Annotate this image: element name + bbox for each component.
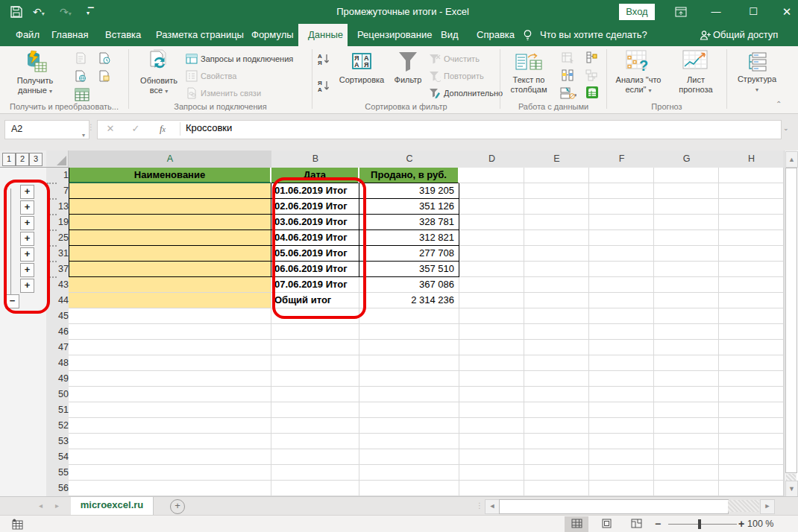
cell-E51[interactable] — [524, 402, 589, 418]
relationships-icon[interactable] — [585, 69, 597, 81]
cell-D50[interactable] — [459, 387, 524, 402]
tab-4[interactable]: Формулы — [242, 24, 298, 46]
cell-E46[interactable] — [524, 324, 589, 340]
refresh-all-button[interactable]: Обновить все ▾ — [135, 48, 183, 96]
cell-G43[interactable] — [654, 277, 719, 293]
cell-F46[interactable] — [589, 324, 654, 340]
cell-A49[interactable] — [69, 371, 271, 387]
cell-D55[interactable] — [459, 465, 524, 481]
cell-C48[interactable] — [359, 355, 459, 371]
vertical-scroll-thumb[interactable] — [785, 168, 797, 473]
cell-E45[interactable] — [524, 308, 589, 324]
cell-F47[interactable] — [589, 340, 654, 355]
cell-B50[interactable] — [271, 387, 359, 402]
cell-G49[interactable] — [654, 371, 719, 387]
cell-H37[interactable] — [719, 262, 784, 277]
cell-B51[interactable] — [271, 402, 359, 418]
cell-G53[interactable] — [654, 434, 719, 449]
cell-E47[interactable] — [524, 340, 589, 355]
column-header-G[interactable]: G — [654, 151, 720, 168]
maximize-button[interactable]: ☐ — [742, 0, 764, 24]
data-validation-icon[interactable]: ▾ — [560, 87, 576, 99]
cell-E13[interactable] — [524, 199, 589, 215]
share-button[interactable]: Общий доступ — [710, 24, 781, 46]
from-table-range-icon[interactable] — [75, 88, 89, 101]
cell-E44[interactable] — [524, 293, 589, 308]
cell-H43[interactable] — [719, 277, 784, 293]
properties-button[interactable]: Свойства — [186, 68, 236, 84]
name-box[interactable]: A2 ▾ — [4, 120, 89, 139]
vertical-scrollbar[interactable]: ▲ ▼ — [784, 151, 797, 496]
cell-G45[interactable] — [654, 308, 719, 324]
cell-B53[interactable] — [271, 434, 359, 449]
zoom-in-button[interactable]: + — [738, 518, 744, 530]
forecast-sheet-button[interactable]: Лист прогноза — [670, 48, 722, 95]
cell-G1[interactable] — [654, 168, 719, 183]
page-layout-view-button[interactable] — [594, 516, 618, 532]
cell-F52[interactable] — [589, 418, 654, 434]
cell-A19[interactable] — [69, 215, 271, 230]
outline-level-3-button[interactable]: 3 — [29, 153, 43, 166]
cell-E19[interactable] — [524, 215, 589, 230]
cell-E7[interactable] — [524, 183, 589, 199]
cell-F13[interactable] — [589, 199, 654, 215]
cell-B7[interactable]: 01.06.2019 Итог — [271, 183, 359, 199]
cancel-icon[interactable]: ✕ — [99, 121, 122, 137]
cell-C49[interactable] — [359, 371, 459, 387]
cell-A31[interactable] — [69, 246, 271, 262]
cell-F53[interactable] — [589, 434, 654, 449]
cell-D48[interactable] — [459, 355, 524, 371]
outline-expand-button-row-31[interactable]: + — [20, 247, 34, 262]
outline-level-2-button[interactable]: 2 — [16, 153, 29, 166]
cell-C31[interactable]: 277 708 — [359, 246, 459, 262]
cell-B47[interactable] — [271, 340, 359, 355]
cell-A44[interactable] — [69, 293, 271, 308]
cell-H51[interactable] — [719, 402, 784, 418]
recent-sources-icon[interactable] — [98, 52, 110, 64]
cell-E37[interactable] — [524, 262, 589, 277]
cell-F45[interactable] — [589, 308, 654, 324]
cell-H44[interactable] — [719, 293, 784, 308]
cell-A55[interactable] — [69, 465, 271, 481]
cell-A37[interactable] — [69, 262, 271, 277]
cell-H25[interactable] — [719, 230, 784, 246]
cell-B1[interactable]: Дата — [271, 168, 359, 183]
cell-B52[interactable] — [271, 418, 359, 434]
cell-B56[interactable] — [271, 481, 359, 496]
sign-in-button[interactable]: Вход — [619, 4, 655, 20]
cell-G46[interactable] — [654, 324, 719, 340]
cell-D37[interactable] — [459, 262, 524, 277]
cell-H49[interactable] — [719, 371, 784, 387]
cell-H48[interactable] — [719, 355, 784, 371]
cell-F50[interactable] — [589, 387, 654, 402]
cell-A43[interactable] — [69, 277, 271, 293]
cell-A13[interactable] — [69, 199, 271, 215]
flash-fill-icon[interactable] — [585, 51, 597, 63]
sheet-prev-icon[interactable]: ◂ — [39, 501, 43, 510]
cell-C7[interactable]: 319 205 — [359, 183, 459, 199]
consolidate-icon[interactable] — [562, 69, 574, 81]
cell-H50[interactable] — [719, 387, 784, 402]
cell-D54[interactable] — [459, 449, 524, 465]
macro-record-icon[interactable] — [12, 519, 23, 530]
cell-E55[interactable] — [524, 465, 589, 481]
cell-A53[interactable] — [69, 434, 271, 449]
advanced-filter-button[interactable]: Дополнительно — [429, 85, 503, 101]
cell-D13[interactable] — [459, 199, 524, 215]
tab-7[interactable]: Вид — [431, 24, 467, 46]
cell-E1[interactable] — [524, 168, 589, 183]
get-data-button[interactable]: Получить данные ▾ — [6, 48, 64, 96]
cell-F37[interactable] — [589, 262, 654, 277]
cell-D19[interactable] — [459, 215, 524, 230]
cell-D31[interactable] — [459, 246, 524, 262]
cell-F54[interactable] — [589, 449, 654, 465]
cell-G13[interactable] — [654, 199, 719, 215]
existing-connections-icon[interactable] — [98, 70, 110, 82]
cell-G55[interactable] — [654, 465, 719, 481]
sort-descending-button[interactable]: ЯА — [317, 79, 330, 92]
scroll-down-icon[interactable]: ▼ — [785, 481, 798, 497]
cell-A54[interactable] — [69, 449, 271, 465]
cell-C56[interactable] — [359, 481, 459, 496]
outline-level-1-button[interactable]: 1 — [2, 153, 16, 166]
cell-C53[interactable] — [359, 434, 459, 449]
